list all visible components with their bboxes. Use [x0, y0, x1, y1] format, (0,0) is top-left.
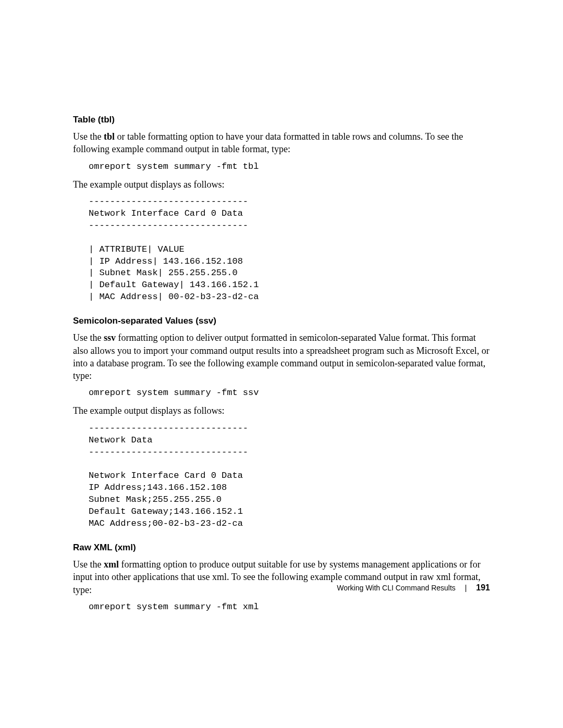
bold-tbl: tbl: [104, 131, 115, 142]
para-tbl-output-intro: The example output displays as follows:: [73, 178, 490, 191]
text-fragment: Use the: [73, 332, 104, 343]
heading-tbl: Table (tbl): [73, 115, 490, 125]
output-tbl: ------------------------------ Network I…: [73, 196, 490, 303]
page-footer: Working With CLI Command Results | 191: [337, 583, 490, 593]
document-page: Table (tbl) Use the tbl or table formatt…: [0, 0, 563, 728]
command-tbl: omreport system summary -fmt tbl: [73, 161, 490, 173]
bold-xml: xml: [104, 559, 119, 570]
para-tbl-intro: Use the tbl or table formatting option t…: [73, 130, 490, 156]
para-ssv-intro: Use the ssv formatting option to deliver…: [73, 331, 490, 382]
text-fragment: Use the: [73, 131, 104, 142]
bold-ssv: ssv: [104, 332, 116, 343]
output-ssv: ------------------------------ Network D…: [73, 423, 490, 530]
heading-ssv: Semicolon-separated Values (ssv): [73, 316, 490, 326]
section-ssv: Semicolon-separated Values (ssv) Use the…: [73, 316, 490, 530]
text-fragment: Use the: [73, 559, 104, 570]
text-fragment: formatting option to deliver output form…: [73, 332, 489, 381]
section-tbl: Table (tbl) Use the tbl or table formatt…: [73, 115, 490, 303]
heading-xml: Raw XML (xml): [73, 542, 490, 553]
text-fragment: or table formatting option to have your …: [73, 131, 463, 154]
footer-page-number: 191: [476, 583, 490, 592]
footer-separator: |: [465, 584, 467, 592]
command-ssv: omreport system summary -fmt ssv: [73, 387, 490, 399]
para-ssv-output-intro: The example output displays as follows:: [73, 404, 490, 417]
footer-title: Working With CLI Command Results: [337, 584, 456, 592]
command-xml: omreport system summary -fmt xml: [73, 601, 490, 613]
section-xml: Raw XML (xml) Use the xml formatting opt…: [73, 542, 490, 613]
